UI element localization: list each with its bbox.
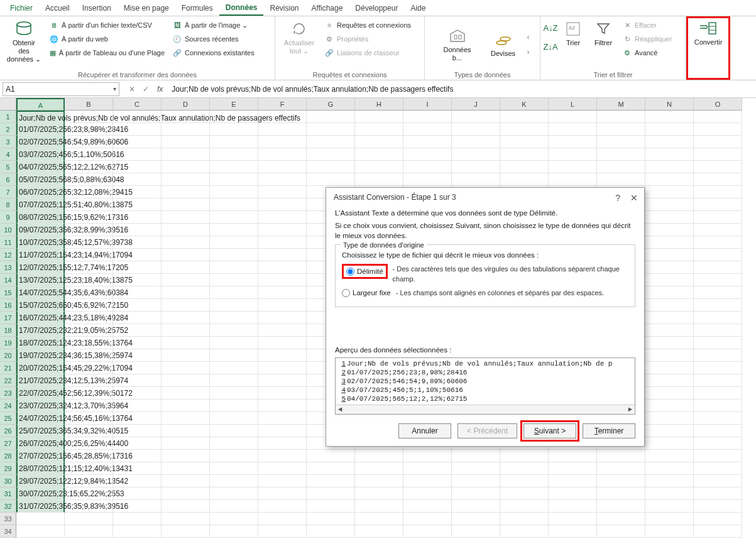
cell[interactable] (549, 148, 597, 161)
col-header-D[interactable]: D (162, 98, 210, 111)
cell[interactable] (549, 161, 597, 173)
cell[interactable]: 29/07/2025;122;12;9,84%;13542 (16, 475, 65, 487)
sort-za-icon[interactable]: Z↓A (544, 38, 557, 55)
cell[interactable] (210, 425, 258, 437)
cell[interactable] (113, 312, 162, 324)
preview-scrollbar[interactable]: ◄► (336, 405, 635, 414)
cell[interactable] (355, 123, 403, 136)
cell[interactable]: 10/07/2025;358;45;12,57%;39738 (16, 236, 65, 249)
cell[interactable] (258, 173, 307, 186)
cell[interactable] (403, 450, 452, 462)
cell[interactable]: 05/07/2025;568;5;0,88%;63048 (16, 173, 65, 186)
cell[interactable] (355, 500, 403, 513)
cell[interactable] (694, 249, 742, 261)
cell[interactable] (65, 286, 113, 299)
cell[interactable]: 19/07/2025;234;36;15,38%;25974 (16, 349, 65, 362)
row-header[interactable]: 1 (0, 111, 16, 123)
cell[interactable] (65, 387, 113, 400)
cell[interactable] (694, 437, 742, 450)
row-header[interactable]: 23 (0, 387, 16, 400)
cell[interactable] (210, 500, 258, 513)
cell[interactable] (403, 462, 452, 475)
cell[interactable] (162, 450, 210, 462)
cell[interactable] (113, 299, 162, 312)
cell[interactable] (113, 186, 162, 199)
cancel-formula-icon[interactable]: ✕ (126, 83, 138, 95)
cell[interactable] (645, 324, 694, 337)
cell[interactable] (210, 249, 258, 261)
cell[interactable]: 11/07/2025;154;23;14,94%;17094 (16, 249, 65, 261)
cell[interactable] (113, 123, 162, 136)
menu-développeur[interactable]: Développeur (349, 1, 404, 15)
cell[interactable] (65, 337, 113, 349)
cell[interactable]: 14/07/2025;544;35;6,43%;60384 (16, 286, 65, 299)
cell[interactable] (162, 513, 210, 525)
cell[interactable] (403, 123, 452, 136)
cell[interactable] (162, 299, 210, 312)
row-header[interactable]: 21 (0, 362, 16, 374)
cell[interactable] (694, 224, 742, 236)
existing-conn-button[interactable]: 🔗Connexions existantes (170, 46, 270, 59)
cell[interactable] (694, 299, 742, 312)
cell[interactable]: Jour;Nb de vols prévus;Nb de vol annulés… (16, 111, 65, 123)
col-header-C[interactable]: C (113, 98, 162, 111)
cell[interactable]: 08/07/2025;156;15;9,62%;17316 (16, 211, 65, 224)
cell[interactable] (500, 513, 549, 525)
cell[interactable] (162, 400, 210, 412)
cell[interactable] (694, 274, 742, 286)
datatype-currency-button[interactable]: Devises (486, 30, 521, 59)
select-all-corner[interactable] (0, 98, 16, 111)
cell[interactable] (694, 487, 742, 500)
cell[interactable] (162, 249, 210, 261)
row-header[interactable]: 4 (0, 148, 16, 161)
cell[interactable]: 17/07/2025;232;21;9,05%;25752 (16, 324, 65, 337)
cell[interactable] (162, 274, 210, 286)
cell[interactable] (162, 286, 210, 299)
col-header-L[interactable]: L (549, 98, 597, 111)
cell[interactable] (258, 337, 307, 349)
row-header[interactable]: 13 (0, 261, 16, 274)
row-header[interactable]: 15 (0, 286, 16, 299)
col-header-F[interactable]: F (258, 98, 307, 111)
cell[interactable] (162, 312, 210, 324)
cell[interactable] (113, 337, 162, 349)
radio-delimited-input[interactable] (346, 268, 354, 276)
cell[interactable] (210, 412, 258, 425)
cell[interactable] (162, 186, 210, 199)
col-header-J[interactable]: J (452, 98, 500, 111)
row-header[interactable]: 33 (0, 513, 16, 525)
cell[interactable] (113, 487, 162, 500)
cell[interactable] (258, 299, 307, 312)
filter-button[interactable]: Filtrer (589, 19, 617, 48)
cell[interactable] (694, 450, 742, 462)
cell[interactable] (210, 513, 258, 525)
cell[interactable] (16, 513, 65, 525)
row-header[interactable]: 28 (0, 450, 16, 462)
cell[interactable] (113, 136, 162, 148)
cell[interactable] (113, 475, 162, 487)
cell[interactable] (403, 111, 452, 123)
cell[interactable] (645, 525, 694, 538)
cell[interactable] (694, 400, 742, 412)
get-data-button[interactable]: Obtenir des données ⌄ (4, 19, 44, 65)
col-header-I[interactable]: I (403, 98, 452, 111)
name-box[interactable]: A1 ▾ (3, 82, 119, 96)
cell[interactable] (210, 437, 258, 450)
cell[interactable] (307, 173, 355, 186)
cell[interactable] (162, 161, 210, 173)
cell[interactable] (113, 173, 162, 186)
cell[interactable] (549, 123, 597, 136)
cell[interactable] (307, 136, 355, 148)
cell[interactable] (65, 123, 113, 136)
cell[interactable]: 20/07/2025;154;45;29,22%;17094 (16, 362, 65, 374)
cell[interactable] (65, 186, 113, 199)
cell[interactable] (113, 437, 162, 450)
advanced-filter-button[interactable]: ⚙Avancé (620, 46, 674, 59)
enter-formula-icon[interactable]: ✓ (140, 83, 152, 95)
cell[interactable] (549, 111, 597, 123)
cell[interactable] (645, 211, 694, 224)
cell[interactable] (549, 462, 597, 475)
cell[interactable] (113, 450, 162, 462)
cell[interactable] (645, 349, 694, 362)
cell[interactable] (452, 525, 500, 538)
